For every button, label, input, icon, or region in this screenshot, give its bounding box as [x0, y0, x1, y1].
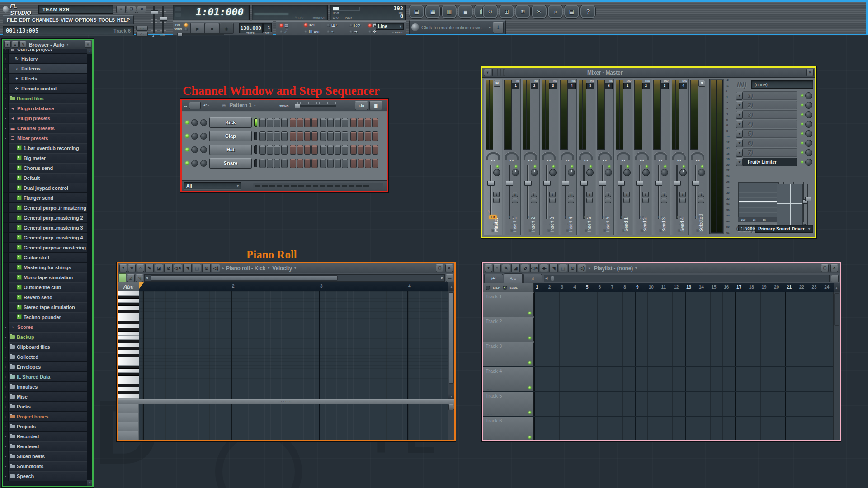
browser-item[interactable]: Mono tape simulation [3, 272, 87, 282]
piano-key[interactable] [118, 306, 139, 310]
tab-automation[interactable]: ∿○ [504, 273, 523, 284]
typing-keyboard-led[interactable] [280, 24, 283, 27]
fx-enable[interactable]: FX [577, 215, 595, 219]
tree-expand-icon[interactable]: ▸ [3, 74, 9, 83]
tree-expand-icon[interactable]: ▸ [3, 332, 9, 342]
limiter-out-slider[interactable] [806, 184, 810, 225]
fx-enable[interactable]: FX [652, 215, 670, 219]
mixer-close-button[interactable]: ✕ [806, 69, 814, 76]
stop-button[interactable]: ■ [205, 23, 219, 34]
slot-mix-knob[interactable] [805, 140, 812, 147]
step-cell[interactable] [304, 145, 311, 155]
slot-mix-knob[interactable] [805, 159, 812, 166]
tree-expand-icon[interactable] [3, 173, 9, 183]
fx-slot[interactable]: ▾1) [736, 91, 813, 100]
save-state-icon[interactable]: ▣ [559, 228, 576, 233]
browser-item[interactable]: General purp..mastering 2 [3, 213, 87, 223]
overdub-led[interactable] [327, 24, 330, 27]
browser-expand-icon[interactable]: ▴ [12, 41, 19, 48]
volume-knob[interactable] [200, 119, 207, 126]
step-cell[interactable] [297, 131, 303, 141]
track-enable-led[interactable] [528, 411, 531, 414]
step-cell[interactable] [335, 145, 341, 155]
step-cell[interactable] [304, 159, 311, 168]
step-cell[interactable] [350, 131, 357, 141]
fx-slot[interactable]: ▾4) [736, 120, 813, 128]
slot-enable-led[interactable] [801, 94, 803, 97]
tree-expand-icon[interactable] [3, 223, 9, 232]
mixer-strip-insert-3[interactable]: INS3Insert 3▶◀⇕⇔FX◔▣ [540, 79, 558, 235]
slot-menu-icon[interactable]: ▾ [736, 158, 743, 166]
tree-expand-icon[interactable]: ▸ [3, 392, 9, 401]
strip-enable-led[interactable] [701, 165, 703, 168]
piano-key[interactable] [118, 380, 139, 384]
add-pattern-icon[interactable]: ⊕ [222, 103, 226, 108]
tree-expand-icon[interactable] [3, 233, 9, 242]
step-cell[interactable] [372, 159, 378, 168]
download-news-button[interactable]: ⤓ [493, 22, 504, 33]
step-cell[interactable] [327, 145, 334, 155]
playlist-close-button[interactable]: ✕ [830, 264, 838, 272]
mixer-menu-icon[interactable]: ▾ [484, 69, 491, 76]
time-display[interactable]: 1:01:000 [173, 5, 250, 20]
piano-key[interactable] [118, 291, 139, 296]
tree-expand-icon[interactable]: ▸ [3, 441, 9, 451]
volume-fader[interactable] [524, 181, 532, 186]
slot-enable-led[interactable] [801, 123, 803, 125]
stereo-sep-knob[interactable] [549, 169, 557, 176]
strip-enable-led[interactable] [683, 165, 685, 168]
volume-fader[interactable] [580, 181, 588, 186]
tab-pattern-picker[interactable]: ⏮ [484, 274, 503, 283]
fx-slot[interactable]: ▾5) [736, 129, 813, 138]
master-pitch-slider[interactable] [160, 6, 166, 33]
volume-fader[interactable] [655, 181, 662, 186]
mute-toggle[interactable] [254, 159, 257, 167]
track-header[interactable]: Track 6..... [483, 417, 534, 440]
strip-enable-led[interactable] [590, 165, 592, 168]
piano-key[interactable] [118, 384, 139, 387]
browser-item[interactable]: Default [3, 173, 87, 183]
swap-updown-button[interactable]: ⇕ [661, 192, 667, 197]
track-lane[interactable] [534, 342, 834, 366]
channel-button-snare[interactable]: Snare [209, 158, 252, 169]
stereo-sep-knob[interactable] [642, 169, 650, 176]
swap-updown-button[interactable]: ⇕ [493, 192, 500, 197]
minimize-button[interactable]: ▾ [116, 6, 126, 13]
piano-key[interactable] [118, 321, 139, 324]
swap-updown-button[interactable]: ⇕ [586, 192, 593, 197]
swap-leftright-button[interactable]: ⇔ [661, 198, 667, 203]
browser-item[interactable]: ▸☰Mixer presets [3, 133, 87, 143]
tree-expand-icon[interactable]: ▸ [3, 123, 9, 133]
tree-expand-icon[interactable]: ▸ [3, 103, 9, 113]
step-cell[interactable] [290, 145, 296, 155]
browser-item[interactable]: ▸Backup [3, 332, 87, 342]
tree-expand-icon[interactable]: ▸ [3, 382, 9, 391]
strip-enable-led[interactable] [515, 165, 517, 168]
browser-item[interactable]: ▸Recorded [3, 432, 87, 441]
browser-item[interactable]: ▸Envelopes [3, 362, 87, 372]
track-enable-led[interactable] [528, 386, 531, 389]
browser-item[interactable]: Techno pounder [3, 312, 87, 322]
piano-key[interactable] [118, 303, 139, 306]
target-control[interactable]: Velocity [272, 265, 292, 272]
playlist-menu-icon[interactable]: ▾ [485, 264, 492, 272]
tree-expand-icon[interactable]: ▸ [3, 432, 9, 441]
mute-toggle[interactable] [254, 145, 257, 154]
stereo-sep-knob[interactable] [679, 169, 687, 176]
track-enable-led[interactable] [528, 436, 531, 439]
piano-key[interactable] [118, 328, 139, 332]
strip-enable-led[interactable] [646, 165, 648, 168]
browser-item[interactable]: ▸Sliced beats [3, 451, 87, 461]
piano-key[interactable] [118, 391, 139, 394]
browser-item[interactable]: Stereo tape simulation [3, 302, 87, 312]
pianoroll-grid[interactable] [139, 291, 448, 399]
mixer-grip[interactable] [492, 69, 505, 76]
step-cell[interactable] [297, 118, 303, 127]
mixer-strip-insert-4[interactable]: INS4Insert 4▶◀⇕⇔FX◔▣ [559, 79, 577, 235]
pianoroll-ruler[interactable]: 234 [139, 282, 448, 291]
piano-key[interactable] [118, 373, 139, 376]
tree-expand-icon[interactable]: ▸ [3, 372, 9, 381]
slot-menu-icon[interactable]: ▾ [736, 120, 743, 128]
slip-tool-icon[interactable]: ◂▸ [540, 264, 548, 272]
save-state-icon[interactable]: ▣ [503, 228, 520, 233]
